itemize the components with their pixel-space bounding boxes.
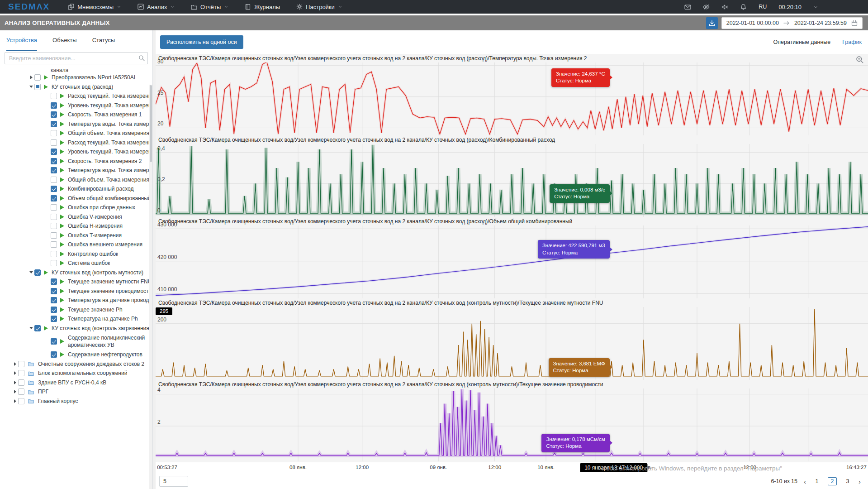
menu-Мнемосхемы[interactable]: Мнемосхемы xyxy=(62,0,128,14)
tree-item[interactable]: Температура на датчике проводимости xyxy=(0,296,152,305)
tree-item[interactable]: Блок вспомогательных сооружений xyxy=(0,369,152,378)
tree-expander-icon[interactable] xyxy=(12,399,18,403)
calendar-icon[interactable] xyxy=(851,20,858,26)
tree-item[interactable]: Скорость. Точка измерения 2 xyxy=(0,157,152,166)
tree-item[interactable]: Содержание нефтепродуктов xyxy=(0,350,152,360)
tree-checkbox[interactable] xyxy=(51,232,57,239)
sidebar-scrollbar[interactable] xyxy=(149,85,152,489)
tree-checkbox[interactable] xyxy=(18,398,24,404)
tree-checkbox[interactable] xyxy=(51,338,57,345)
tree-item[interactable]: Комбинированный расход xyxy=(0,184,152,194)
page-size-input[interactable] xyxy=(159,476,188,487)
tree-checkbox[interactable] xyxy=(18,388,24,395)
tree-item[interactable]: Главный корпус xyxy=(0,397,152,406)
tree-expander-icon[interactable] xyxy=(28,327,34,329)
tree-item[interactable]: Температура на датчике Ph xyxy=(0,314,152,324)
page-1-button[interactable]: 1 xyxy=(812,478,821,484)
page-2-button[interactable]: 2 xyxy=(828,477,837,485)
page-3-button[interactable]: 3 xyxy=(843,478,852,484)
tree-item[interactable]: Текущее значение мутности FNU xyxy=(0,277,152,287)
tree-checkbox[interactable] xyxy=(51,121,57,127)
tree-item[interactable]: Ошибка внешнего измерения xyxy=(0,240,152,249)
tree-item[interactable]: Температура воды. Точка измерения 1 xyxy=(0,120,152,129)
tree-checkbox[interactable] xyxy=(51,195,57,201)
tree-expander-icon[interactable] xyxy=(12,362,18,366)
tree-checkbox[interactable] xyxy=(51,102,57,109)
search-input[interactable] xyxy=(5,52,148,64)
tree-checkbox[interactable] xyxy=(51,351,57,358)
tree-item[interactable]: Ошибка при сборе данных xyxy=(0,203,152,212)
tree-item[interactable]: Содержание полициклический ароматических… xyxy=(0,333,152,350)
tree-item[interactable]: Здание ВПУ с РУСН-0,4 кВ xyxy=(0,378,152,388)
tree-item[interactable]: Контроллер ошибок xyxy=(0,249,152,259)
tree-item[interactable]: Ошибка T-измерения xyxy=(0,231,152,240)
sidebar-tab-Статусы[interactable]: Статусы xyxy=(92,37,115,51)
tree-checkbox[interactable] xyxy=(51,177,57,183)
tree-checkbox[interactable] xyxy=(51,186,57,192)
tree-item[interactable]: Текущее значение проводимости xyxy=(0,287,152,296)
combine-axes-button[interactable]: Расположить на одной оси xyxy=(160,35,243,49)
chart-plot[interactable]: 200295Значение: 3,681 ЕМФСтатус: Норма xyxy=(156,307,868,380)
export-button[interactable] xyxy=(706,17,718,29)
tree-item[interactable]: Скорость. Точка измерения 1 xyxy=(0,110,152,120)
sidebar-tab-Объекты[interactable]: Объекты xyxy=(52,37,77,51)
tree-item[interactable]: Система ошибок xyxy=(0,259,152,268)
sidebar-tab-Устройства[interactable]: Устройства xyxy=(6,37,37,51)
tree-checkbox[interactable] xyxy=(51,93,57,99)
menu-Отчёты[interactable]: Отчёты xyxy=(185,0,235,14)
chart-plot[interactable]: 0,40,20Значение: 0,008 м3/сСтатус: Норма xyxy=(156,144,868,217)
tree-checkbox[interactable] xyxy=(51,223,57,229)
tree-checkbox[interactable] xyxy=(51,158,57,164)
view-tab-Оперативные данные[interactable]: Оперативные данные xyxy=(773,39,831,45)
tree-checkbox[interactable] xyxy=(51,204,57,211)
bell-icon[interactable] xyxy=(740,4,747,10)
tree-item[interactable]: Уровень текущий. Точка измерения 2 xyxy=(0,147,152,157)
tree-checkbox[interactable] xyxy=(51,130,57,136)
tree-checkbox[interactable] xyxy=(51,241,57,248)
tree-item[interactable]: Уровень текущий. Точка измерения 1 xyxy=(0,101,152,110)
tree-item-clipped[interactable]: канала xyxy=(0,67,152,73)
tree-item[interactable]: Общий объем. Точка измерения 2 xyxy=(0,175,152,185)
chart-plot[interactable]: 302520Значение: 24,637 °CСтатус: Норма xyxy=(156,62,868,135)
tree-checkbox[interactable] xyxy=(51,139,57,146)
tree-expander-icon[interactable] xyxy=(12,381,18,384)
tree-checkbox[interactable] xyxy=(51,297,57,303)
tree-expander-icon[interactable] xyxy=(28,86,34,88)
tree-checkbox[interactable] xyxy=(51,288,57,294)
chart-plot[interactable]: 430 000420 000410 000Значение: 422 590,7… xyxy=(156,225,868,298)
tree-checkbox[interactable] xyxy=(51,111,57,118)
tree-checkbox[interactable] xyxy=(51,214,57,220)
tree-checkbox[interactable] xyxy=(51,251,57,257)
chevron-down-icon[interactable] xyxy=(813,5,818,10)
tree-checkbox[interactable] xyxy=(51,167,57,173)
eye-off-icon[interactable] xyxy=(703,4,710,10)
search-icon[interactable] xyxy=(138,55,145,61)
tree-checkbox[interactable] xyxy=(18,370,24,376)
tree-item[interactable]: КУ сточных вод (контроль мутности) xyxy=(0,268,152,278)
tree-checkbox[interactable] xyxy=(34,325,41,331)
tree-item[interactable]: Температура воды. Точка измерения 2 xyxy=(0,166,152,175)
tree-checkbox[interactable] xyxy=(18,379,24,386)
menu-Журналы[interactable]: Журналы xyxy=(238,0,286,14)
zoom-in-icon[interactable] xyxy=(856,56,863,63)
tree-item[interactable]: Очистные сооружения дождевых стоков 2 xyxy=(0,360,152,369)
tree-expander-icon[interactable] xyxy=(12,390,18,393)
date-from[interactable]: 2022-01-01 00:00:00 xyxy=(726,20,779,26)
tree-item[interactable]: Преобразователь NPort IA5250AI xyxy=(0,73,152,82)
date-range-picker[interactable]: 2022-01-01 00:00:00 2022-01-24 23:59:59 xyxy=(721,17,863,29)
mail-icon[interactable] xyxy=(684,4,691,10)
tree-item[interactable]: Ошибка V-измерения xyxy=(0,212,152,222)
chart-plot[interactable]: 42Значение: 0,178 мСм/смСтатус: Норма xyxy=(156,388,868,461)
tree-checkbox[interactable] xyxy=(51,278,57,285)
tree-expander-icon[interactable] xyxy=(28,271,34,273)
language-selector[interactable]: RU xyxy=(759,4,767,10)
prev-page-button[interactable]: ‹ xyxy=(804,478,806,485)
tree-checkbox[interactable] xyxy=(51,149,57,155)
tree-item[interactable]: КУ сточных вод (расход) xyxy=(0,82,152,92)
tree-item[interactable]: Расход текущий. Точка измерения 1 xyxy=(0,91,152,101)
tree-checkbox[interactable] xyxy=(34,84,41,90)
tree-checkbox[interactable] xyxy=(51,260,57,266)
tree-checkbox[interactable] xyxy=(18,361,24,367)
next-page-button[interactable]: › xyxy=(859,478,861,485)
tree-item[interactable]: ПРГ xyxy=(0,387,152,397)
